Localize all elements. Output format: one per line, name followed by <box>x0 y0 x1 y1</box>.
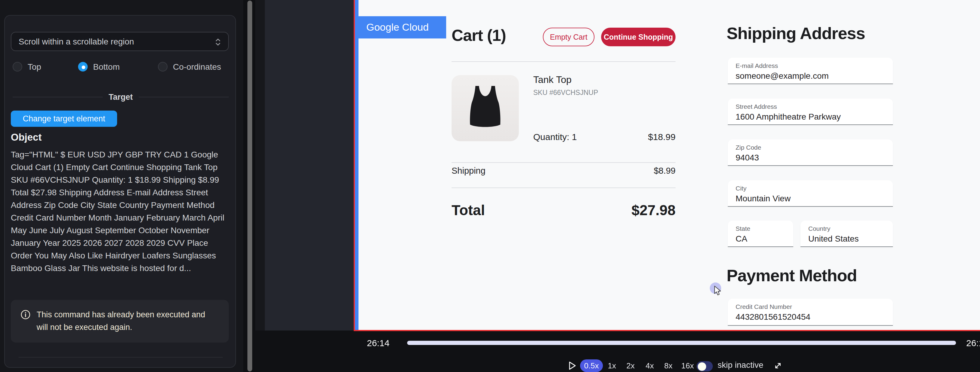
state-value: CA <box>736 234 747 243</box>
street-label: Street Address <box>736 103 777 110</box>
radio-coordinates[interactable]: Co-ordinates <box>158 62 221 72</box>
email-value: someone@example.com <box>736 71 829 80</box>
product-sku: SKU #66VCHSJNUP <box>533 89 598 96</box>
credit-card-label: Credit Card Number <box>736 303 792 310</box>
object-heading: Object <box>11 132 42 143</box>
replay-stage-background <box>265 0 354 330</box>
inspector-panel: Scroll within a scrollable region Top Bo… <box>0 0 243 372</box>
speed-8x-button[interactable]: 8x <box>659 359 677 372</box>
speed-2x-button[interactable]: 2x <box>622 359 640 372</box>
speed-4x-button[interactable]: 4x <box>641 359 659 372</box>
info-banner: This command has already been executed a… <box>11 300 229 343</box>
credit-card-value: 4432801561520454 <box>736 312 810 321</box>
cart-title: Cart (1) <box>452 26 506 45</box>
toggle-knob[interactable] <box>697 362 706 370</box>
panel-scrollbar-thumb[interactable] <box>247 1 252 371</box>
zip-field[interactable]: Zip Code 94043 <box>728 139 893 166</box>
radio-top-circle[interactable] <box>13 62 22 72</box>
credit-card-field[interactable]: Credit Card Number 4432801561520454 <box>728 299 893 326</box>
divider-line <box>139 96 229 97</box>
state-field[interactable]: State CA <box>728 220 793 247</box>
country-field[interactable]: Country United States <box>800 220 893 247</box>
product-image <box>452 75 519 141</box>
email-field[interactable]: E-mail Address someone@example.com <box>728 58 893 84</box>
stage-left-strip <box>255 0 265 330</box>
city-value: Mountain View <box>736 193 791 203</box>
command-card: Scroll within a scrollable region Top Bo… <box>4 15 236 368</box>
speed-0.5x-button[interactable]: 0.5x <box>580 359 603 372</box>
end-time: 26:14 <box>966 338 980 348</box>
object-description: Tag="HTML" $ EUR USD JPY GBP TRY CAD 1 G… <box>11 148 231 275</box>
street-value: 1600 Amphitheatre Parkway <box>736 112 841 121</box>
target-section-label: Target <box>109 92 133 101</box>
skip-inactive-toggle[interactable] <box>697 361 713 371</box>
city-field[interactable]: City Mountain View <box>728 180 893 207</box>
divider <box>452 187 676 188</box>
site-logo-badge: Google Cloud <box>358 16 446 38</box>
app-window: Scroll within a scrollable region Top Bo… <box>0 0 980 372</box>
zip-label: Zip Code <box>736 144 761 151</box>
replay-page: Google Cloud Cart (1) Empty Cart Continu… <box>358 0 980 330</box>
payment-method-heading: Payment Method <box>727 266 857 286</box>
email-label: E-mail Address <box>736 62 778 69</box>
progress-track[interactable] <box>407 341 956 345</box>
radio-bottom[interactable]: Bottom <box>78 62 120 72</box>
action-select[interactable]: Scroll within a scrollable region <box>11 32 229 51</box>
radio-bottom-circle[interactable] <box>78 62 88 72</box>
fullscreen-expand-icon[interactable] <box>773 359 783 372</box>
radio-bottom-label: Bottom <box>93 62 120 72</box>
play-button[interactable] <box>568 359 577 372</box>
zip-value: 94043 <box>736 153 759 162</box>
radio-coordinates-circle[interactable] <box>158 62 167 72</box>
current-time: 26:14 <box>367 338 390 348</box>
scroll-position-radios: Top Bottom Co-ordinates <box>5 62 237 72</box>
speed-16x-button[interactable]: 16x <box>677 359 698 372</box>
country-value: United States <box>808 234 859 243</box>
change-target-button[interactable]: Change target element <box>11 110 117 127</box>
divider-line <box>13 96 103 97</box>
radio-top[interactable]: Top <box>13 62 41 72</box>
radio-top-label: Top <box>28 62 41 72</box>
shipping-label: Shipping <box>452 166 485 176</box>
street-field[interactable]: Street Address 1600 Amphitheatre Parkway <box>728 99 893 125</box>
divider <box>452 61 676 62</box>
card-divider <box>19 357 223 358</box>
info-banner-text: This command has already been executed a… <box>37 308 211 334</box>
info-icon <box>21 310 30 320</box>
select-updown-icon <box>214 37 222 47</box>
skip-inactive-label: skip inactive <box>718 360 764 370</box>
country-label: Country <box>808 225 830 232</box>
product-quantity: Quantity: 1 <box>533 132 577 142</box>
state-label: State <box>736 225 750 232</box>
mouse-cursor-icon <box>714 286 724 296</box>
city-label: City <box>736 185 746 192</box>
target-section-divider: Target <box>13 92 229 102</box>
shipping-price: $8.99 <box>654 166 676 176</box>
speed-1x-button[interactable]: 1x <box>603 359 621 372</box>
divider <box>452 162 676 163</box>
action-select-value: Scroll within a scrollable region <box>19 37 134 46</box>
continue-shopping-button[interactable]: Continue Shopping <box>601 28 676 46</box>
replay-player-bar: 26:14 26:14 0.5x 1x 2x 4x 8x 16x skip in… <box>255 331 980 372</box>
product-price: $18.99 <box>648 132 676 142</box>
shipping-address-heading: Shipping Address <box>727 24 865 43</box>
product-name: Tank Top <box>533 75 572 85</box>
total-label: Total <box>452 202 485 219</box>
element-highlight-border <box>355 0 358 330</box>
empty-cart-button[interactable]: Empty Cart <box>543 28 595 46</box>
panel-scrollbar-track[interactable] <box>243 0 255 372</box>
tank-top-graphic <box>463 83 508 133</box>
total-price: $27.98 <box>632 202 676 219</box>
radio-coordinates-label: Co-ordinates <box>173 62 221 72</box>
